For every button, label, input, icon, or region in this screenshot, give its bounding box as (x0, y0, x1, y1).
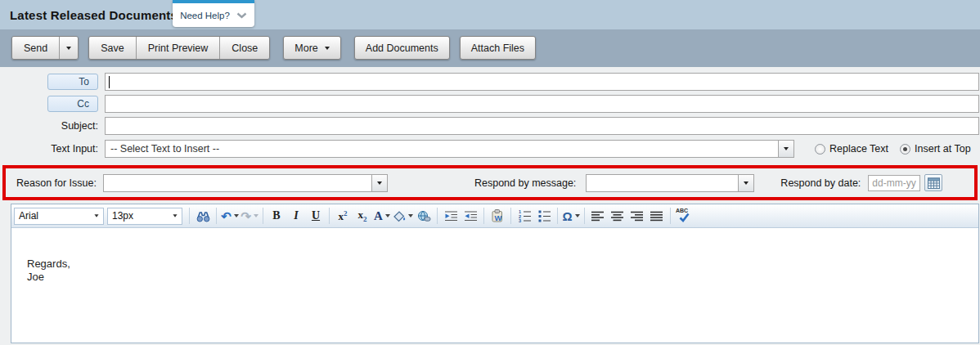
caret-down-icon (94, 214, 98, 217)
select-arrow-button[interactable] (738, 175, 753, 191)
body-line: Joe (27, 271, 978, 284)
respond-by-message-select[interactable] (586, 174, 754, 192)
cc-button[interactable]: Cc (47, 96, 98, 112)
align-right-icon (631, 211, 644, 222)
insert-at-top-radio[interactable] (900, 144, 910, 155)
compose-form: To Cc Subject: Text Input: -- Select Tex… (0, 67, 980, 343)
toolbar-separator (557, 208, 558, 224)
save-group: Save Print Preview Close (88, 36, 270, 60)
align-left-button[interactable] (588, 207, 608, 225)
body-line: Regards, (27, 258, 978, 271)
bullet-list-button[interactable] (534, 207, 554, 225)
bold-button[interactable]: B (267, 207, 286, 225)
toolbar-separator (483, 208, 484, 224)
italic-button[interactable]: I (286, 207, 306, 225)
toolbar-separator (329, 208, 330, 224)
more-label: More (294, 43, 317, 54)
subscript-button[interactable]: x2 (353, 207, 372, 225)
replace-text-radio[interactable] (815, 144, 825, 155)
more-button[interactable]: More (283, 36, 340, 60)
subscript-icon: x2 (358, 209, 367, 223)
subject-input[interactable] (105, 117, 979, 135)
to-button[interactable]: To (47, 74, 98, 90)
text-caret (109, 76, 110, 88)
globe-link-icon (417, 210, 431, 222)
date-picker-button[interactable] (924, 174, 942, 191)
align-right-button[interactable] (627, 207, 647, 225)
caret-down-icon (784, 147, 789, 150)
outdent-button[interactable] (461, 207, 480, 225)
toolbar-separator (189, 208, 190, 224)
italic-icon: I (294, 209, 298, 222)
caret-down-icon (744, 181, 748, 185)
undo-button[interactable]: ↶ (220, 207, 240, 225)
select-arrow-button[interactable] (371, 175, 387, 191)
editor-body[interactable]: Regards, Joe (11, 228, 978, 343)
special-character-button[interactable]: Ω (561, 207, 581, 225)
caret-down-icon (575, 214, 580, 217)
text-insert-selected-value: -- Select Text to Insert -- (106, 143, 778, 155)
find-button[interactable] (193, 207, 213, 225)
to-row: To (0, 73, 980, 91)
print-preview-button[interactable]: Print Preview (136, 37, 220, 59)
font-color-button[interactable]: A (372, 207, 392, 225)
indent-decrease-icon (464, 210, 478, 222)
indent-button[interactable] (441, 207, 461, 225)
align-center-icon (611, 211, 624, 222)
page-title: Latest Released Documents (0, 8, 178, 22)
cc-row: Cc (0, 95, 980, 113)
bold-icon: B (272, 209, 280, 222)
cc-input[interactable] (105, 95, 979, 113)
paste-word-icon: W (491, 209, 504, 222)
toolbar-separator (263, 208, 263, 224)
subject-label: Subject: (0, 120, 105, 132)
numbered-list-button[interactable]: 123 (515, 207, 534, 225)
insert-mode-radios: Replace Text Insert at Top (815, 143, 971, 155)
background-color-button[interactable] (392, 207, 414, 225)
need-help-label: Need Help? (180, 11, 230, 20)
font-family-select[interactable]: Arial (14, 208, 104, 225)
caret-down-icon (173, 214, 177, 217)
chevron-down-icon (236, 12, 247, 19)
svg-text:W: W (495, 213, 502, 222)
underline-icon: U (312, 209, 320, 222)
numbered-list-icon: 123 (518, 209, 532, 222)
insert-link-button[interactable] (414, 207, 434, 225)
reason-for-issue-select[interactable] (103, 174, 388, 192)
reason-for-issue-label: Reason for Issue: (16, 177, 97, 189)
respond-by-message-label: Respond by message: (474, 177, 576, 189)
need-help-button[interactable]: Need Help? (173, 0, 254, 27)
close-button[interactable]: Close (219, 37, 269, 59)
send-split-button: Send (11, 36, 79, 60)
font-color-icon: A (374, 209, 383, 223)
omega-icon: Ω (562, 209, 572, 223)
send-dropdown-button[interactable] (59, 37, 78, 59)
font-size-select[interactable]: 13px (107, 208, 182, 225)
insert-at-top-label: Insert at Top (915, 143, 971, 155)
paint-bucket-icon (393, 210, 406, 222)
toolbar-separator (510, 208, 511, 224)
caret-down-icon (325, 47, 330, 50)
justify-icon (650, 211, 663, 222)
bullet-list-icon (537, 209, 551, 222)
to-input[interactable] (105, 73, 979, 91)
calendar-icon (928, 177, 940, 189)
add-documents-button[interactable]: Add Documents (354, 36, 450, 60)
respond-by-date-input[interactable] (868, 175, 920, 191)
send-button[interactable]: Send (12, 37, 59, 59)
underline-button[interactable]: U (306, 207, 326, 225)
superscript-button[interactable]: x2 (333, 207, 353, 225)
toolbar-separator (670, 208, 671, 224)
text-insert-select[interactable]: -- Select Text to Insert -- (105, 140, 794, 158)
text-input-row: Text Input: -- Select Text to Insert -- … (0, 140, 980, 158)
spellcheck-button[interactable]: ABC (674, 207, 694, 225)
attach-files-button[interactable]: Attach Files (460, 36, 536, 60)
select-arrow-button[interactable] (778, 141, 793, 157)
align-center-button[interactable] (608, 207, 627, 225)
paste-from-word-button[interactable]: W (488, 207, 507, 225)
caret-down-icon (254, 214, 258, 217)
save-button[interactable]: Save (89, 37, 136, 59)
redo-button[interactable]: ↷ (240, 207, 259, 225)
caret-down-icon (377, 181, 382, 185)
justify-button[interactable] (647, 207, 667, 225)
